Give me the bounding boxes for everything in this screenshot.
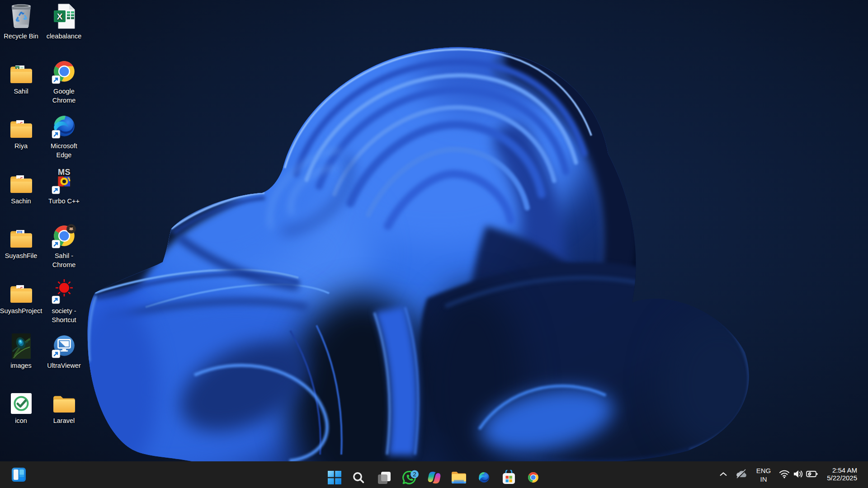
- svg-text:X: X: [57, 12, 62, 21]
- svg-text:MS: MS: [58, 168, 71, 177]
